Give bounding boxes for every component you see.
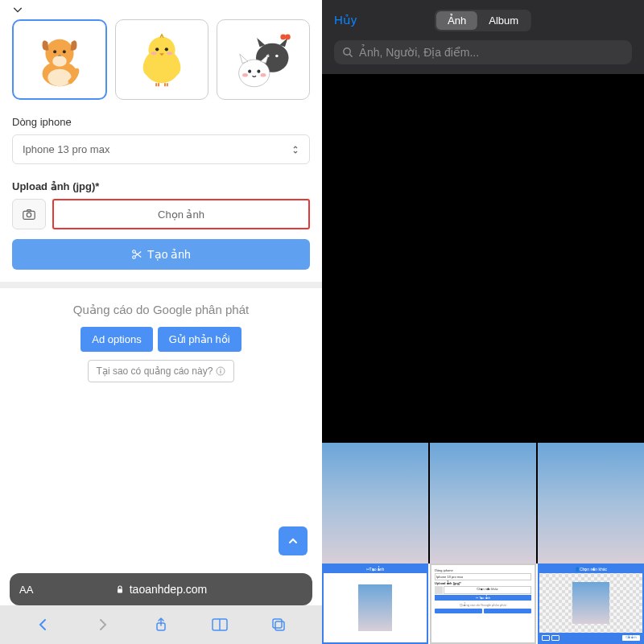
share-button[interactable] (151, 615, 171, 634)
picker-header: Hủy Ảnh Album Ảnh, Người, Địa điểm... (322, 0, 644, 74)
photo-cell[interactable] (322, 197, 428, 319)
photo-cell[interactable] (538, 74, 644, 196)
google-logo-text: Google (153, 303, 192, 316)
photo-cell-sky[interactable] (430, 443, 536, 564)
thumb-header: ✂ Tạo ảnh (324, 565, 427, 573)
select-updown-icon (291, 144, 299, 155)
svg-rect-35 (273, 619, 282, 628)
svg-point-6 (52, 56, 67, 67)
svg-point-21 (248, 70, 251, 73)
bookmarks-button[interactable] (210, 615, 229, 634)
expand-chevron-row[interactable] (0, 0, 322, 19)
svg-point-24 (261, 73, 266, 77)
scissors-icon (131, 249, 142, 260)
search-input[interactable]: Ảnh, Người, Địa điểm... (334, 40, 632, 64)
tabs-button[interactable] (269, 615, 288, 634)
search-placeholder: Ảnh, Người, Địa điểm... (359, 46, 479, 59)
google-ad-panel: Quảng cáo do Google phân phát Ad options… (0, 288, 322, 397)
ad-options-button[interactable]: Ad options (80, 327, 152, 352)
phone-label: Dòng iphone (12, 116, 310, 128)
svg-point-19 (275, 55, 279, 58)
svg-point-13 (143, 60, 153, 76)
svg-point-26 (27, 213, 31, 217)
choose-image-button[interactable]: Chọn ảnh (52, 199, 310, 229)
photo-cell[interactable] (538, 197, 644, 319)
photo-cell[interactable] (538, 320, 644, 441)
safari-toolbar (0, 605, 322, 644)
photo-cell[interactable] (430, 320, 536, 441)
choose-button-label: Chọn ảnh (158, 208, 204, 221)
safari-url-bar[interactable]: AA taoanhdep.com (10, 573, 312, 605)
thumb-screenshot-2[interactable]: Dòng iphone Iphone 13 pro max Upload ảnh… (430, 564, 536, 644)
svg-point-27 (133, 250, 136, 254)
segmented-control: Ảnh Album (435, 10, 531, 31)
sticker-chick[interactable] (115, 19, 208, 100)
screenshot-thumbnail-row: ✂ Tạo ảnh Dòng iphone Iphone 13 pro max … (322, 564, 644, 644)
svg-point-23 (242, 73, 248, 77)
lock-icon (115, 584, 125, 594)
svg-rect-36 (275, 621, 284, 630)
create-image-button[interactable]: Tạo ảnh (12, 239, 310, 270)
phone-select-value: Iphone 13 pro max (23, 143, 109, 155)
svg-point-8 (148, 37, 175, 64)
thumb-screenshot-1[interactable]: ✂ Tạo ảnh (322, 564, 428, 644)
photo-cell-sky[interactable] (322, 443, 428, 564)
photo-cell[interactable] (430, 197, 536, 319)
svg-point-1 (47, 69, 71, 86)
photo-cell-sky[interactable] (538, 443, 644, 564)
tab-photos[interactable]: Ảnh (436, 11, 477, 30)
dog-icon (28, 28, 91, 91)
photo-grid: ✂ Tạo ảnh Dòng iphone Iphone 13 pro max … (322, 74, 644, 644)
svg-rect-32 (118, 589, 122, 593)
svg-point-3 (53, 50, 56, 53)
cats-icon (227, 23, 299, 96)
tab-albums[interactable]: Album (477, 11, 530, 30)
svg-point-11 (151, 52, 157, 55)
why-ad-link[interactable]: Tại sao có quảng cáo này? (88, 360, 235, 382)
svg-point-4 (63, 50, 66, 53)
chevron-down-icon (12, 4, 23, 15)
upload-section: Upload ảnh (jpg)* Chọn ảnh Tạo ảnh (0, 172, 322, 278)
svg-point-10 (165, 47, 168, 51)
camera-icon (22, 207, 36, 221)
svg-point-14 (171, 60, 181, 76)
photo-cell[interactable] (322, 74, 428, 196)
thumb-screenshot-3[interactable]: 👤 Chọn nền khác Cắt ảnh (538, 564, 644, 644)
photo-cell[interactable] (322, 320, 428, 441)
svg-point-28 (133, 256, 136, 259)
phone-select-section: Dòng iphone Iphone 13 pro max (0, 108, 322, 172)
svg-point-30 (221, 369, 222, 370)
forward-button[interactable] (93, 615, 112, 634)
cancel-button[interactable]: Hủy (334, 13, 357, 27)
sticker-cats[interactable] (217, 19, 310, 100)
sticker-dog[interactable] (12, 19, 107, 100)
url-text: taoanhdep.com (130, 583, 208, 596)
svg-point-20 (239, 60, 270, 87)
back-button[interactable] (34, 615, 53, 634)
svg-point-22 (257, 70, 260, 73)
photo-cell[interactable] (430, 74, 536, 196)
photo-picker-panel: Hủy Ảnh Album Ảnh, Người, Địa điểm... (322, 0, 644, 644)
web-page-panel: Dòng iphone Iphone 13 pro max Upload ảnh… (0, 0, 322, 644)
create-button-label: Tạo ảnh (147, 248, 191, 261)
info-icon (216, 366, 225, 376)
scroll-to-top-button[interactable] (279, 526, 308, 555)
sticker-row (0, 19, 322, 108)
thumb-footer: Cắt ảnh (539, 633, 642, 642)
section-gap (0, 282, 322, 288)
upload-label: Upload ảnh (jpg)* (12, 180, 310, 192)
chick-icon (130, 28, 193, 91)
svg-point-17 (285, 35, 291, 40)
phone-select[interactable]: Iphone 13 pro max (12, 134, 310, 164)
svg-point-9 (155, 47, 159, 51)
ad-feedback-button[interactable]: Gửi phản hồi (158, 327, 242, 352)
thumb-header: 👤 Chọn nền khác (539, 565, 642, 573)
ad-heading: Quảng cáo do Google phân phát (19, 303, 303, 317)
svg-point-12 (167, 52, 172, 55)
camera-button[interactable] (12, 199, 46, 229)
safari-aa-button[interactable]: AA (19, 584, 33, 596)
svg-rect-31 (221, 370, 221, 374)
chevron-up-icon (287, 535, 299, 547)
search-icon (342, 47, 353, 58)
